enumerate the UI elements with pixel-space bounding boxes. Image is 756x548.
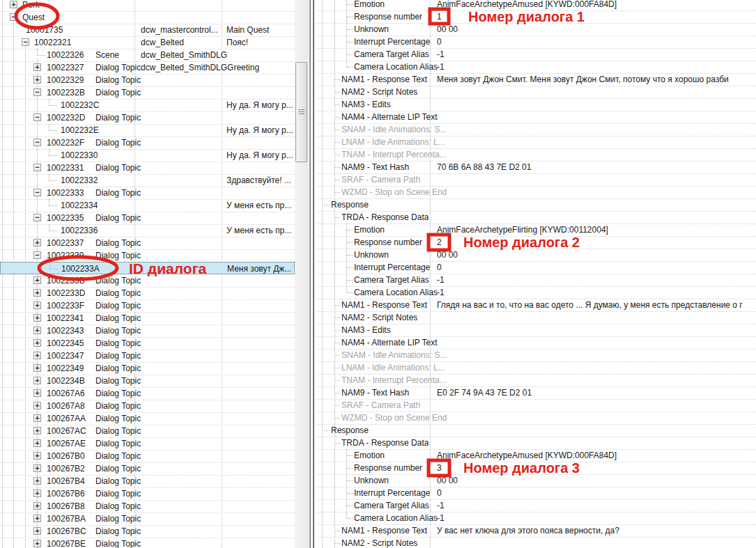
expand-plus-icon[interactable]: + <box>33 239 41 246</box>
tree-row[interactable]: −10022335Dialog Topic <box>0 212 295 225</box>
expand-plus-icon[interactable]: + <box>33 464 41 472</box>
field-row[interactable]: TNAM - Interrupt Percenta... <box>317 148 756 162</box>
collapse-minus-icon[interactable]: − <box>33 88 41 96</box>
expand-plus-icon[interactable]: + <box>33 477 41 485</box>
collapse-minus-icon[interactable]: − <box>33 113 41 121</box>
expand-plus-icon[interactable]: + <box>33 377 41 384</box>
field-row[interactable]: WZMD - Stop on Scene End <box>317 412 756 425</box>
field-row[interactable]: Response <box>317 424 756 437</box>
field-row[interactable]: NAM1 - Response TextМеня зовут Джон Смит… <box>317 73 756 86</box>
field-row[interactable]: NAM4 - Alternate LIP Text <box>317 111 756 124</box>
expand-plus-icon[interactable]: + <box>33 276 41 284</box>
expand-plus-icon[interactable]: + <box>33 364 41 372</box>
expand-plus-icon[interactable]: + <box>33 302 41 309</box>
collapse-minus-icon[interactable]: − <box>10 13 17 21</box>
tree-row[interactable]: +100267B0Dialog Topic <box>0 450 295 463</box>
field-row[interactable]: TNAM - Interrupt Percenta... <box>317 374 756 387</box>
tree-row[interactable]: +100267BADialog Topic <box>0 512 295 526</box>
tree-row[interactable]: −1002232FDialog Topic <box>0 136 295 150</box>
field-row[interactable]: SNAM - Idle Animations: S... <box>317 123 756 136</box>
expand-plus-icon[interactable]: + <box>33 339 41 347</box>
tree-row[interactable]: 10022330Ну да. Я могу р... <box>0 149 295 162</box>
tree-row[interactable]: +100267BEDialog Topic <box>0 538 295 548</box>
expand-plus-icon[interactable]: + <box>33 427 41 435</box>
tree-row[interactable]: +100267AEDialog Topic <box>0 437 295 451</box>
expand-plus-icon[interactable]: + <box>33 389 41 397</box>
field-row[interactable]: NAM1 - Response TextУ вас нет ключа для … <box>317 524 756 538</box>
tree-row[interactable]: +100267ACDialog Topic <box>0 425 295 438</box>
field-row[interactable]: Interrupt Percentage0 <box>317 487 756 500</box>
field-row[interactable]: LNAM - Idle Animations: L... <box>317 361 756 375</box>
field-row[interactable]: Camera Target Alias-1 <box>317 274 756 287</box>
field-row[interactable]: WZMD - Stop on Scene End <box>317 186 756 199</box>
tree-row[interactable]: +10022343Dialog Topic <box>0 324 295 338</box>
field-row[interactable]: TRDA - Response Data <box>317 437 756 450</box>
field-row[interactable]: TRDA - Response Data <box>317 211 756 224</box>
collapse-minus-icon[interactable]: − <box>33 164 41 171</box>
tree-row[interactable]: 1002233AМеня зовут Дж... <box>0 262 295 274</box>
collapse-minus-icon[interactable]: − <box>33 189 41 196</box>
tree-row[interactable]: −10022333Dialog Topic <box>0 187 295 200</box>
field-row[interactable]: EmotionAnimFaceArchetypeAmused [KYWD:000… <box>317 0 756 11</box>
field-row[interactable]: NAM2 - Script Notes <box>317 537 756 548</box>
tree-row[interactable]: −1002232BDialog Topic <box>0 86 295 100</box>
field-row[interactable]: NAM9 - Text Hash70 6B 6A 88 43 7E D2 01 <box>317 161 756 174</box>
tree-row[interactable]: +1002233FDialog Topic <box>0 299 295 313</box>
tree-row[interactable]: 1002232EНу да. Я могу р... <box>0 124 295 137</box>
tree-row[interactable]: +100267A6Dialog Topic <box>0 387 295 400</box>
tree-row[interactable]: +100267B6Dialog Topic <box>0 487 295 501</box>
tree-row[interactable]: 10022336У меня есть пр... <box>0 224 295 237</box>
field-row[interactable]: SRAF - Camera Path <box>317 173 756 187</box>
expand-plus-icon[interactable]: + <box>33 289 41 297</box>
field-row[interactable]: EmotionAnimFaceArchetypeFlirting [KYWD:0… <box>317 224 756 237</box>
tree-row[interactable]: +10022329Dialog Topic <box>0 74 295 87</box>
expand-plus-icon[interactable]: + <box>33 352 41 359</box>
field-row[interactable]: SRAF - Camera Path <box>317 399 756 412</box>
expand-plus-icon[interactable]: + <box>33 414 41 422</box>
tree-row[interactable]: −Quest <box>0 11 295 24</box>
field-row[interactable]: Response <box>317 198 756 212</box>
expand-plus-icon[interactable]: + <box>33 402 41 409</box>
expand-plus-icon[interactable]: + <box>33 515 41 522</box>
expand-plus-icon[interactable]: + <box>33 527 41 535</box>
field-row[interactable]: Camera Location Alias-1 <box>317 286 756 299</box>
tree-row[interactable]: +10022341Dialog Topic <box>0 312 295 325</box>
tree-row[interactable]: +100267BCDialog Topic <box>0 525 295 538</box>
tree-row[interactable]: +100267AADialog Topic <box>0 412 295 425</box>
tree-row[interactable]: +1002233DDialog Topic <box>0 287 295 300</box>
expand-plus-icon[interactable]: + <box>33 63 41 71</box>
collapse-minus-icon[interactable]: − <box>33 139 41 146</box>
field-row[interactable]: Response number3 <box>317 462 756 475</box>
tree-row[interactable]: −1002232DDialog Topic <box>0 111 295 125</box>
tree-row[interactable]: 10022332Здравствуйте! ... <box>0 174 295 187</box>
field-row[interactable]: Response number1 <box>317 10 756 24</box>
collapse-minus-icon[interactable]: − <box>33 251 41 259</box>
tree-row[interactable]: 10022334У меня есть пр... <box>0 199 295 212</box>
tree-row[interactable]: +1002234BDialog Topic <box>0 375 295 388</box>
expand-plus-icon[interactable]: + <box>33 452 41 460</box>
expand-plus-icon[interactable]: + <box>33 314 41 322</box>
field-row[interactable]: NAM2 - Script Notes <box>317 86 756 99</box>
field-row[interactable]: Camera Target Alias-1 <box>317 48 756 61</box>
field-row[interactable]: Interrupt Percentage0 <box>317 36 756 49</box>
expand-plus-icon[interactable]: + <box>33 490 41 497</box>
field-row[interactable]: Unknown00 00 <box>317 474 756 487</box>
field-row[interactable]: Unknown00 00 <box>317 23 756 36</box>
panel-splitter[interactable] <box>309 0 317 548</box>
expand-plus-icon[interactable]: + <box>33 439 41 447</box>
tree-row[interactable]: +10022349Dialog Topic <box>0 362 295 375</box>
tree-row[interactable]: −10022321dcw_BeltedПояс! <box>0 36 295 49</box>
tree-row[interactable]: +Perk <box>0 0 295 12</box>
tree-row[interactable]: +10022337Dialog Topic <box>0 237 295 250</box>
field-row[interactable]: NAM2 - Script Notes <box>317 311 756 324</box>
field-row[interactable]: Unknown00 00 <box>317 249 756 262</box>
expand-plus-icon[interactable]: + <box>33 502 41 510</box>
expand-plus-icon[interactable]: + <box>33 327 41 334</box>
tree-row[interactable]: +1002233BDialog Topic <box>0 274 295 288</box>
field-row[interactable]: NAM9 - Text HashE0 2F 74 9A 43 7E D2 01 <box>317 386 756 400</box>
expand-plus-icon[interactable]: + <box>33 540 41 547</box>
field-row[interactable]: NAM3 - Edits <box>317 324 756 337</box>
tree-row[interactable]: +10022327Dialog Topicdcw_Belted_SmithDLG… <box>0 61 295 75</box>
field-row[interactable]: NAM3 - Edits <box>317 98 756 111</box>
field-row[interactable]: LNAM - Idle Animations: L... <box>317 136 756 149</box>
